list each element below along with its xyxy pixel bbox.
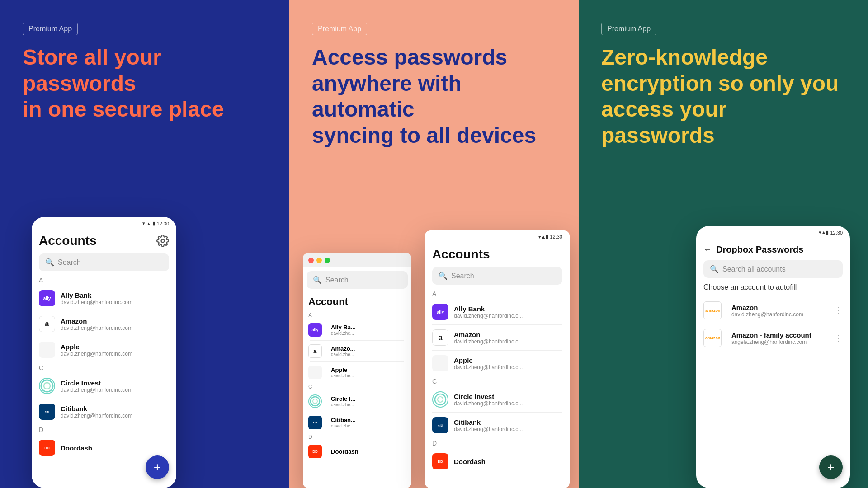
more-options-icon[interactable]: ⋮: [161, 345, 169, 355]
status-bar-left: ▾ ▲ ▮ 12:30: [32, 217, 176, 230]
premium-badge-left: Premium App: [23, 23, 78, 35]
phone-window-front: ▾▲▮ 12:30 Accounts 🔍 Search A ally Ally …: [425, 230, 570, 488]
amazon-logo-right-2: amazon: [703, 329, 722, 347]
back-window-title: Account: [303, 292, 411, 311]
list-item: a Amazon david.zheng@hanfordinc.com ⋮: [32, 311, 176, 337]
doordash-logo-front: DD: [432, 453, 448, 469]
apple-logo-front: [432, 355, 448, 371]
citi-logo: citi: [39, 404, 55, 420]
autofill-header: ← Dropbox Passwords: [696, 239, 850, 260]
search-icon-front: 🔍: [439, 272, 448, 280]
status-bar-front: ▾▲▮ 12:30: [425, 230, 570, 244]
ally-logo: ally: [39, 290, 55, 306]
phone-header-left: Accounts: [32, 230, 176, 253]
apple-logo-back: [308, 366, 322, 379]
search-bar-front[interactable]: 🔍 Search: [432, 267, 562, 285]
panel-right: Premium App Zero-knowledge encryption so…: [579, 0, 868, 488]
more-options-icon[interactable]: ⋮: [161, 319, 169, 329]
svg-point-5: [435, 394, 446, 405]
premium-badge-right: Premium App: [601, 23, 656, 35]
gear-icon[interactable]: [156, 235, 169, 247]
doordash-logo-back: DD: [308, 445, 322, 458]
search-bar-left[interactable]: 🔍 Search: [39, 253, 169, 271]
list-item: citi Citibank david.zheng@hanfordinc.c..…: [425, 413, 570, 438]
svg-point-2: [44, 383, 50, 389]
ally-logo-back: ally: [308, 323, 322, 337]
autofill-subtitle: Choose an account to autofill: [696, 282, 850, 297]
section-a-left: A: [32, 275, 176, 286]
list-item: ally Ally Bank david.zheng@hanfordinc.c.…: [425, 299, 570, 324]
list-item: ally Ally Bank david.zheng@hanfordinc.co…: [32, 286, 176, 311]
panel-title-center: Access passwords anywhere with automatic…: [312, 44, 556, 148]
premium-badge-center: Premium App: [312, 23, 367, 35]
amazon-logo-front: a: [432, 329, 448, 346]
svg-point-4: [313, 399, 317, 404]
maximize-window-icon[interactable]: [325, 258, 330, 263]
list-item: amazon Amazon david.zheng@hanfordinc.com…: [696, 297, 850, 324]
panel-title-left: Store all your passwords in one secure p…: [23, 44, 267, 122]
more-options-icon[interactable]: ⋮: [161, 407, 169, 417]
window-content-back: 🔍 Search Account A ally Ally Ba... david…: [303, 271, 411, 462]
list-item: ally Ally Ba... david.zhe...: [303, 319, 411, 340]
back-arrow-icon[interactable]: ←: [703, 245, 712, 254]
desktop-window-back: 🔍 Search Account A ally Ally Ba... david…: [303, 253, 411, 488]
svg-text:amazon: amazon: [705, 336, 720, 340]
svg-text:amazon: amazon: [705, 308, 720, 313]
list-item: citi Citibank david.zheng@hanfordinc.com…: [32, 399, 176, 424]
svg-point-3: [311, 397, 320, 406]
list-item: Circle I... david.zhe...: [303, 391, 411, 412]
circle-logo: [39, 378, 55, 394]
citi-logo-back: citi: [308, 416, 322, 429]
apple-logo: [39, 342, 55, 358]
list-item: Circle Invest david.zheng@hanfordinc.com…: [32, 373, 176, 399]
section-c-left: C: [32, 362, 176, 373]
status-bar-right: ▾▲▮ 12:30: [696, 226, 850, 239]
list-item: a Amazo... david.zhe...: [303, 341, 411, 361]
list-item: Apple david.zheng@hanfordinc.com ⋮: [32, 337, 176, 362]
more-options-icon[interactable]: ⋮: [161, 381, 169, 391]
panel-title-right: Zero-knowledge encryption so only you ac…: [601, 44, 845, 148]
window-titlebar-back: [303, 253, 411, 267]
svg-point-6: [438, 397, 443, 402]
phone-header-front: Accounts: [425, 244, 570, 267]
minimize-window-icon[interactable]: [316, 258, 322, 263]
search-icon-right: 🔍: [710, 265, 719, 273]
amazon-logo-back: a: [308, 344, 322, 358]
close-window-icon[interactable]: [308, 258, 314, 263]
citi-logo-front: citi: [432, 417, 448, 433]
list-item: a Amazon david.zheng@hanfordinc.c...: [425, 325, 570, 350]
add-account-fab-right[interactable]: +: [819, 455, 843, 479]
list-item: Apple david.zheng@hanfordinc.c...: [425, 351, 570, 376]
svg-point-1: [41, 380, 53, 392]
list-item: amazon Amazon - family account angela.zh…: [696, 324, 850, 352]
section-a-back: A: [303, 311, 411, 319]
section-d-back: D: [303, 433, 411, 441]
circle-logo-front: [432, 391, 448, 408]
search-bar-back[interactable]: 🔍 Search: [307, 271, 408, 289]
amazon-logo: a: [39, 316, 55, 332]
doordash-logo: DD: [39, 440, 55, 456]
circle-logo-back: [308, 394, 322, 408]
search-all-accounts-bar[interactable]: 🔍 Search all accounts: [703, 260, 843, 278]
add-account-fab-left[interactable]: +: [146, 455, 169, 479]
list-item: DD Doordash: [303, 441, 411, 462]
amazon-logo-right-1: amazon: [703, 301, 722, 319]
list-item: citi Citiban... david.zhe...: [303, 412, 411, 433]
phone-mockup-right: ▾▲▮ 12:30 ← Dropbox Passwords 🔍 Search a…: [696, 226, 850, 488]
more-options-icon[interactable]: ⋮: [835, 305, 843, 315]
list-item: DD Doordash: [425, 449, 570, 474]
more-options-icon[interactable]: ⋮: [835, 333, 843, 343]
search-icon-back: 🔍: [313, 276, 322, 284]
section-c-back: C: [303, 383, 411, 391]
svg-point-0: [161, 239, 165, 243]
search-icon-left: 🔍: [45, 258, 54, 267]
ally-logo-front: ally: [432, 304, 448, 320]
more-options-icon[interactable]: ⋮: [161, 293, 169, 303]
list-item: Circle Invest david.zheng@hanfordinc.c..…: [425, 387, 570, 412]
center-windows-wrapper: 🔍 Search Account A ally Ally Ba... david…: [289, 217, 579, 488]
phone-mockup-left: ▾ ▲ ▮ 12:30 Accounts 🔍 Search A ally All…: [32, 217, 176, 488]
panel-left: Premium App Store all your passwords in …: [0, 0, 289, 488]
list-item: Apple david.zhe...: [303, 362, 411, 383]
panel-center: Premium App Access passwords anywhere wi…: [289, 0, 579, 488]
section-d-left: D: [32, 424, 176, 435]
